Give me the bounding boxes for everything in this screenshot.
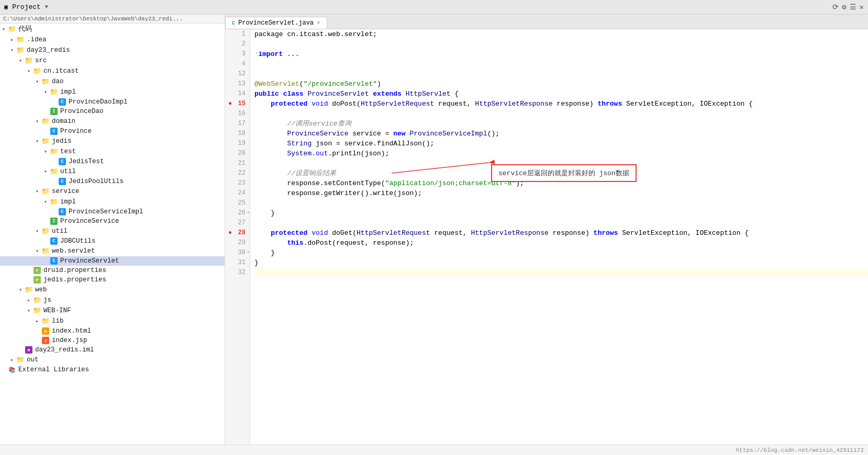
sidebar-item-js[interactable]: ▸📁js	[0, 295, 225, 305]
sidebar-item-jedistest[interactable]: CJedisTest	[0, 157, 225, 166]
sidebar-item-provincedao[interactable]: IProvinceDao	[0, 107, 225, 116]
tab-java-icon: C	[232, 20, 235, 26]
line-num-22: 22	[229, 168, 246, 178]
sidebar-item-lib[interactable]: ▸📁lib	[0, 316, 225, 326]
code-line-2	[254, 39, 868, 49]
tree-icon-domain: 📁	[41, 117, 50, 126]
sidebar-item-webservlet[interactable]: ▾📁web.servlet	[0, 246, 225, 256]
sidebar-item-idea[interactable]: ▸📁.idea	[0, 35, 225, 45]
tree-icon-provinceservlet: C	[49, 257, 59, 265]
fold-gutter-26[interactable]: ▾	[247, 208, 250, 218]
sidebar: C:\Users\Administrator\Desktop\JavaWeb\d…	[0, 15, 225, 445]
tree-arrow-root: ▾	[0, 26, 7, 32]
sidebar-item-util_jedis[interactable]: ▾📁util	[0, 166, 225, 177]
line-num-29: 29	[229, 238, 246, 248]
sidebar-item-provincedaoimpl[interactable]: CProvinceDaoImpl	[0, 97, 225, 107]
tree-icon-util_jedis: 📁	[49, 167, 59, 176]
tree-label-js: js	[43, 297, 51, 304]
tab-close-button[interactable]: ×	[317, 20, 320, 26]
sidebar-item-service[interactable]: ▾📁service	[0, 186, 225, 197]
sidebar-item-root[interactable]: ▾📁代码	[0, 24, 225, 35]
tree-arrow-js: ▸	[25, 297, 32, 303]
tree-arrow-webservlet: ▾	[34, 248, 41, 254]
tree-label-impl_dao: impl	[60, 88, 76, 96]
tree-icon-jedistest: C	[58, 158, 67, 165]
sidebar-item-src[interactable]: ▾📁src	[0, 55, 225, 66]
sidebar-item-indexhtml[interactable]: Hindex.html	[0, 326, 225, 336]
sidebar-item-druid[interactable]: Pdruid.properties	[0, 266, 225, 275]
tree-icon-util: 📁	[41, 227, 50, 235]
tree-label-provincedaoimpl: ProvinceDaoImpl	[69, 98, 128, 106]
sidebar-item-test[interactable]: ▾📁test	[0, 146, 225, 157]
tree-arrow-impl_service: ▾	[42, 199, 49, 205]
tree-label-indexhtml: index.html	[52, 327, 91, 335]
sidebar-item-webinf[interactable]: ▾📁WEB-INF	[0, 305, 225, 316]
tree-label-day23: day23_redis	[27, 47, 70, 54]
line-num-23: 23	[229, 178, 246, 188]
sidebar-item-jedispoolutils[interactable]: CJedisPoolUtils	[0, 177, 225, 186]
sidebar-item-jedisprop[interactable]: Pjedis.properties	[0, 275, 225, 285]
sidebar-tree: ▾📁代码▸📁.idea▾📁day23_redis▾📁src▾📁cn.itcast…	[0, 24, 225, 374]
code-line-1: package cn.itcast.web.servlet;	[254, 29, 868, 39]
tree-arrow-out: ▸	[8, 357, 16, 363]
code-line-30: }	[254, 248, 868, 258]
sidebar-item-out[interactable]: ▸📁out	[0, 355, 225, 365]
tree-label-provinceservlet: ProvinceServlet	[60, 257, 119, 265]
blog-url: https://blog.csdn.net/weixin_42511172	[736, 447, 864, 453]
svg-line-1	[392, 163, 488, 173]
settings-icon[interactable]: ☰	[850, 3, 856, 12]
gear-icon[interactable]: ⚙	[842, 3, 846, 12]
editor-tab-provinceservlet[interactable]: C ProvinceServlet.java ×	[225, 17, 327, 29]
sidebar-item-extlibs[interactable]: 📚External Libraries	[0, 365, 225, 374]
line-num-1: 1	[229, 29, 246, 39]
tree-icon-provincedaoimpl: C	[58, 98, 67, 106]
code-line-4	[254, 59, 868, 69]
tree-icon-root: 📁	[7, 25, 17, 33]
sidebar-item-provinceservlet[interactable]: CProvinceServlet	[0, 256, 225, 266]
code-area[interactable]: 123412131415●1617181920212223242526▾2728…	[225, 29, 868, 445]
top-bar: ▣ Project ▼ ⟳ ⚙ ☰ ✕	[0, 0, 868, 15]
dropdown-arrow[interactable]: ▼	[45, 4, 48, 10]
tree-icon-web: 📁	[24, 286, 34, 294]
sidebar-item-cnitcast[interactable]: ▾📁cn.itcast	[0, 66, 225, 76]
line-num-12: 12	[229, 69, 246, 79]
sidebar-item-util[interactable]: ▾📁util	[0, 226, 225, 236]
sidebar-item-impl_service[interactable]: ▾📁impl	[0, 197, 225, 207]
tree-arrow-idea: ▸	[8, 37, 16, 43]
tree-icon-jedis: 📁	[41, 137, 50, 145]
tree-label-util: util	[52, 228, 68, 235]
code-line-12	[254, 69, 868, 79]
sidebar-item-dao[interactable]: ▾📁dao	[0, 76, 225, 87]
tree-icon-impl_service: 📁	[49, 198, 59, 206]
sync-icon[interactable]: ⟳	[832, 3, 839, 12]
sidebar-item-jedis[interactable]: ▾📁jedis	[0, 136, 225, 146]
sidebar-item-iml[interactable]: Mday23_redis.iml	[0, 345, 225, 355]
sidebar-item-indexjsp[interactable]: Jindex.jsp	[0, 336, 225, 345]
sidebar-item-web[interactable]: ▾📁web	[0, 285, 225, 295]
tree-label-provinceserviceimpl: ProvinceServiceImpl	[69, 208, 143, 215]
sidebar-item-day23[interactable]: ▾📁day23_redis	[0, 45, 225, 55]
tree-label-jedisprop: jedis.properties	[43, 276, 106, 283]
editor-tabs: C ProvinceServlet.java ×	[225, 15, 868, 29]
sidebar-item-domain[interactable]: ▾📁domain	[0, 116, 225, 127]
sidebar-item-jdbcutils[interactable]: CJDBCUtils	[0, 236, 225, 246]
code-line-14: public class ProvinceServlet extends Htt…	[254, 89, 868, 99]
close-icon[interactable]: ✕	[860, 3, 864, 12]
tree-arrow-cnitcast: ▾	[25, 68, 32, 74]
line-num-26: 26▾	[229, 208, 246, 218]
main-layout: C:\Users\Administrator\Desktop\JavaWeb\d…	[0, 15, 868, 445]
sidebar-item-impl_dao[interactable]: ▾📁impl	[0, 87, 225, 97]
tree-icon-jedispoolutils: C	[58, 178, 67, 185]
code-line-16	[254, 109, 868, 119]
tree-icon-jedisprop: P	[32, 276, 42, 283]
sidebar-item-provinceserviceimpl[interactable]: CProvinceServiceImpl	[0, 207, 225, 217]
tree-label-domain: domain	[52, 118, 75, 125]
sidebar-item-province[interactable]: CProvince	[0, 127, 225, 136]
tree-icon-js: 📁	[32, 296, 42, 304]
tree-icon-webservlet: 📁	[41, 247, 50, 255]
tree-label-src: src	[35, 57, 47, 64]
code-line-15: protected void doPost(HttpServletRequest…	[254, 99, 868, 109]
tree-arrow-util: ▾	[34, 228, 41, 234]
fold-gutter-30[interactable]: ▾	[247, 248, 250, 258]
sidebar-item-provinceservice[interactable]: IProvinceService	[0, 217, 225, 226]
